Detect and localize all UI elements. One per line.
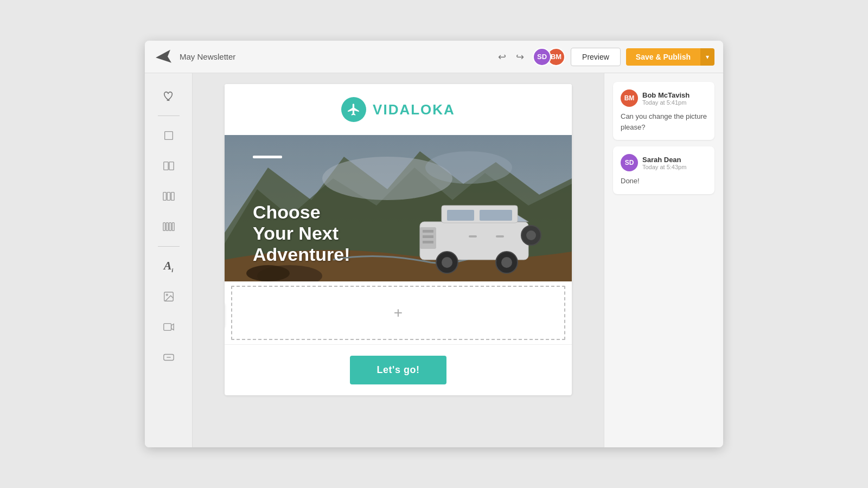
svg-rect-10 <box>172 223 174 231</box>
comment-avatar-bm: BM <box>621 89 638 107</box>
sidebar-item-image[interactable] <box>152 282 185 311</box>
video-icon <box>163 321 175 333</box>
text-ai-icon: Ai <box>164 259 174 273</box>
document-title: May Newsletter <box>180 52 488 61</box>
hero-heading: Choose Your Next Adventure! <box>253 202 350 265</box>
layout-3col-icon <box>163 190 175 202</box>
button-icon <box>163 351 175 363</box>
comment-header-bm: BM Bob McTavish Today at 5:41pm <box>621 89 707 107</box>
svg-rect-9 <box>169 223 171 231</box>
sidebar-divider-2 <box>158 246 180 247</box>
sidebar-item-layout-single[interactable] <box>152 121 185 150</box>
undo-redo-group: ↩ ↪ <box>495 49 527 65</box>
cta-button[interactable]: Let's go! <box>350 356 447 384</box>
avatar-sd: SD <box>533 48 551 66</box>
email-canvas: VIDALOKA <box>225 84 572 395</box>
hero-image-section[interactable]: Choose Your Next Adventure! <box>225 135 572 281</box>
sidebar-item-text[interactable]: Ai <box>152 252 185 280</box>
email-logo-section: VIDALOKA <box>225 84 572 135</box>
hero-text-block: Choose Your Next Adventure! <box>253 202 350 265</box>
comment-author-bm: Bob McTavish <box>642 91 690 99</box>
brand-logo-circle <box>341 97 366 122</box>
main-area: Ai <box>145 73 723 447</box>
app-window: May Newsletter ↩ ↪ SD BM Preview Save & … <box>145 41 723 447</box>
preview-button[interactable]: Preview <box>571 48 621 66</box>
comment-time-bm: Today at 5:41pm <box>642 99 690 106</box>
logo-icon <box>154 47 173 67</box>
image-icon <box>163 291 175 303</box>
comment-text-sd: Done! <box>621 176 707 187</box>
header-controls: ↩ ↪ SD BM Preview Save & Publish ▾ <box>495 48 714 66</box>
sidebar-item-video[interactable] <box>152 313 185 341</box>
svg-rect-2 <box>163 162 168 170</box>
svg-rect-4 <box>163 192 166 201</box>
canvas-area[interactable]: VIDALOKA <box>193 73 604 447</box>
header: May Newsletter ↩ ↪ SD BM Preview Save & … <box>145 41 723 73</box>
layout-4col-icon <box>163 221 175 233</box>
svg-rect-13 <box>163 324 171 331</box>
comment-item-bm: BM Bob McTavish Today at 5:41pm Can you … <box>613 82 714 140</box>
svg-rect-6 <box>171 192 174 201</box>
svg-rect-8 <box>166 223 168 231</box>
hero-accent-bar <box>253 156 282 158</box>
layout-split-icon <box>163 160 175 172</box>
svg-rect-3 <box>169 162 173 170</box>
heart-icon <box>163 90 175 102</box>
drop-zone-row: Ai + <box>225 286 572 345</box>
cta-section: Let's go! <box>225 345 572 395</box>
drop-zone[interactable]: + <box>231 286 565 340</box>
comment-item-sd: SD Sarah Dean Today at 5:43pm Done! <box>613 146 714 194</box>
airplane-icon <box>347 102 361 117</box>
comment-header-sd: SD Sarah Dean Today at 5:43pm <box>621 154 707 171</box>
comment-meta-sd: Sarah Dean Today at 5:43pm <box>642 156 686 170</box>
brand-name: VIDALOKA <box>373 101 455 118</box>
collaborators-avatars: SD BM <box>533 48 565 66</box>
comment-meta-bm: Bob McTavish Today at 5:41pm <box>642 91 690 106</box>
sidebar: Ai <box>145 73 193 447</box>
sidebar-item-favorites[interactable] <box>152 82 185 110</box>
comment-time-sd: Today at 5:43pm <box>642 164 686 170</box>
comment-avatar-sd: SD <box>621 154 638 171</box>
sidebar-item-layout-split[interactable] <box>152 152 185 180</box>
comment-author-sd: Sarah Dean <box>642 156 686 164</box>
comments-panel: BM Bob McTavish Today at 5:41pm Can you … <box>604 73 723 447</box>
redo-button[interactable]: ↪ <box>513 49 527 65</box>
comment-text-bm: Can you change the picture please? <box>621 111 707 132</box>
sidebar-item-layout-3col[interactable] <box>152 182 185 210</box>
svg-point-12 <box>166 294 168 296</box>
sidebar-divider-1 <box>158 115 180 116</box>
svg-marker-0 <box>155 49 171 63</box>
app-logo <box>154 47 173 67</box>
undo-button[interactable]: ↩ <box>495 49 509 65</box>
drop-zone-plus-icon: + <box>394 304 403 322</box>
save-publish-button[interactable]: Save & Publish <box>626 48 700 66</box>
sidebar-item-layout-4col[interactable] <box>152 213 185 241</box>
save-publish-dropdown-button[interactable]: ▾ <box>700 48 714 66</box>
svg-rect-5 <box>167 192 170 201</box>
svg-rect-7 <box>163 223 165 231</box>
sidebar-item-button[interactable] <box>152 343 185 371</box>
layout-single-icon <box>163 130 175 142</box>
save-publish-group: Save & Publish ▾ <box>626 48 714 66</box>
svg-rect-1 <box>164 132 173 140</box>
